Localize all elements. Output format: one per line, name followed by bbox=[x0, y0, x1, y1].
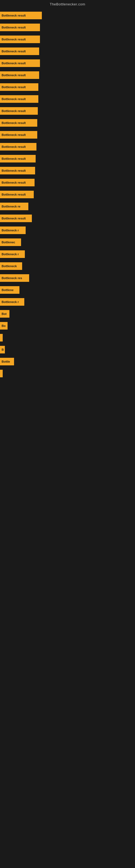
bar-label: Bottlene bbox=[2, 288, 13, 291]
bar-row: Bottleneck result bbox=[0, 177, 135, 188]
bar-row: Bottleneck r bbox=[0, 224, 135, 236]
bottleneck-bar: Bottleneck r bbox=[0, 226, 26, 234]
bar-row: Bottlene bbox=[0, 284, 135, 296]
bar-label: Bottleneck r bbox=[2, 300, 19, 304]
bar-row: Bottlenec bbox=[0, 236, 135, 248]
bar-label: Bottleneck result bbox=[2, 73, 26, 77]
bar-label: Bottleneck r bbox=[2, 252, 19, 256]
site-header: TheBottlenecker.com bbox=[0, 0, 135, 9]
bottleneck-bar: Bottleneck result bbox=[0, 71, 39, 79]
bar-row bbox=[0, 368, 135, 379]
bottleneck-bar bbox=[0, 334, 3, 341]
bar-row: Bottle bbox=[0, 355, 135, 368]
bar-label: Bottleneck re bbox=[2, 205, 20, 208]
bottleneck-bar: Bo bbox=[0, 322, 8, 330]
bottleneck-bar: B bbox=[0, 346, 5, 353]
bar-label: Bottleneck result bbox=[2, 157, 26, 160]
bottleneck-bar: Bottleneck re bbox=[0, 203, 28, 210]
bar-row: Bottleneck result bbox=[0, 165, 135, 177]
bottleneck-bar bbox=[0, 370, 3, 377]
bottleneck-bar: Bottleneck r bbox=[0, 250, 25, 258]
bottleneck-bar: Bottleneck res bbox=[0, 274, 29, 282]
bar-row: Bottleneck result bbox=[0, 105, 135, 117]
bottleneck-bar: Bottleneck result bbox=[0, 191, 34, 198]
bottleneck-bar: Bottleneck result bbox=[0, 95, 38, 103]
bar-row: Bottleneck result bbox=[0, 212, 135, 224]
bar-row: Bot bbox=[0, 308, 135, 320]
bar-row: Bottleneck result bbox=[0, 57, 135, 69]
bar-row: Bottleneck result bbox=[0, 33, 135, 45]
bar-row: Bottleneck result bbox=[0, 117, 135, 129]
bottleneck-bar: Bottleneck result bbox=[0, 48, 39, 55]
bar-row: Bottleneck re bbox=[0, 200, 135, 212]
bar-label: Bottleneck result bbox=[2, 14, 26, 17]
bar-row: Bottleneck result bbox=[0, 81, 135, 93]
bottleneck-bar: Bottleneck result bbox=[0, 143, 37, 151]
bottleneck-bar: Bottleneck result bbox=[0, 155, 36, 162]
bar-row: B bbox=[0, 344, 135, 355]
bar-label: Bottleneck result bbox=[2, 121, 26, 124]
bottleneck-bar: Bottleneck result bbox=[0, 215, 32, 222]
bar-label: Bottleneck result bbox=[2, 169, 26, 172]
bar-label: Bottleneck result bbox=[2, 97, 26, 101]
bottleneck-bar: Bottleneck r bbox=[0, 298, 24, 306]
bar-label: B bbox=[2, 348, 4, 351]
bottleneck-bar: Bottlenec bbox=[0, 239, 21, 246]
bar-label: Bottleneck result bbox=[2, 145, 26, 148]
bar-label: Bottleneck result bbox=[2, 62, 26, 65]
bar-label: Bottleneck result bbox=[2, 217, 26, 220]
bar-label: Bo bbox=[2, 324, 6, 328]
bottleneck-bar: Bottleneck result bbox=[0, 59, 40, 67]
bar-label: Bottleneck bbox=[2, 265, 17, 268]
bar-row: Bottleneck result bbox=[0, 129, 135, 141]
bar-row: Bottleneck result bbox=[0, 9, 135, 22]
bar-label: Bottleneck result bbox=[2, 133, 26, 136]
bar-label: Bottleneck r bbox=[2, 229, 19, 232]
bottleneck-bar: Bottleneck result bbox=[0, 179, 35, 186]
bar-row: Bottleneck result bbox=[0, 141, 135, 153]
bar-row: Bo bbox=[0, 320, 135, 332]
bottleneck-bar: Bottleneck result bbox=[0, 12, 42, 19]
bottleneck-bar: Bottleneck bbox=[0, 262, 22, 270]
bar-row: Bottleneck res bbox=[0, 272, 135, 284]
bottleneck-bar: Bottlene bbox=[0, 286, 19, 294]
bar-label: Bottleneck result bbox=[2, 26, 26, 29]
bottleneck-bar: Bottle bbox=[0, 358, 14, 365]
bar-row: Bottleneck result bbox=[0, 93, 135, 105]
bar-label: Bottleneck result bbox=[2, 181, 26, 184]
bar-row: Bottleneck result bbox=[0, 22, 135, 33]
bottleneck-bar: Bottleneck result bbox=[0, 119, 37, 127]
bar-label: Bottlenec bbox=[2, 241, 15, 244]
bottleneck-bar: Bottleneck result bbox=[0, 35, 40, 43]
bottleneck-bar: Bottleneck result bbox=[0, 107, 38, 115]
bar-row: Bottleneck result bbox=[0, 69, 135, 81]
bar-label: Bottleneck result bbox=[2, 86, 26, 89]
bar-row: Bottleneck bbox=[0, 260, 135, 272]
bar-label: Bot bbox=[2, 312, 6, 315]
bar-label: Bottle bbox=[2, 360, 10, 363]
bar-row: Bottleneck result bbox=[0, 153, 135, 165]
bottleneck-bar: Bottleneck result bbox=[0, 167, 35, 175]
bar-row bbox=[0, 332, 135, 344]
bar-label: Bottleneck result bbox=[2, 50, 26, 53]
bar-row: Bottleneck r bbox=[0, 296, 135, 308]
bottleneck-bar: Bottleneck result bbox=[0, 131, 37, 138]
bar-row: Bottleneck r bbox=[0, 248, 135, 260]
bottleneck-bar: Bottleneck result bbox=[0, 24, 40, 31]
bar-label: Bottleneck result bbox=[2, 38, 26, 41]
bar-row: Bottleneck result bbox=[0, 188, 135, 200]
site-title: TheBottlenecker.com bbox=[50, 2, 85, 6]
bottleneck-bar: Bottleneck result bbox=[0, 83, 38, 91]
bottleneck-bar: Bot bbox=[0, 310, 9, 318]
bar-label: Bottleneck result bbox=[2, 193, 26, 196]
bars-container: Bottleneck resultBottleneck resultBottle… bbox=[0, 9, 135, 434]
bar-label: Bottleneck res bbox=[2, 276, 22, 280]
bar-row: Bottleneck result bbox=[0, 45, 135, 57]
bar-label: Bottleneck result bbox=[2, 109, 26, 113]
